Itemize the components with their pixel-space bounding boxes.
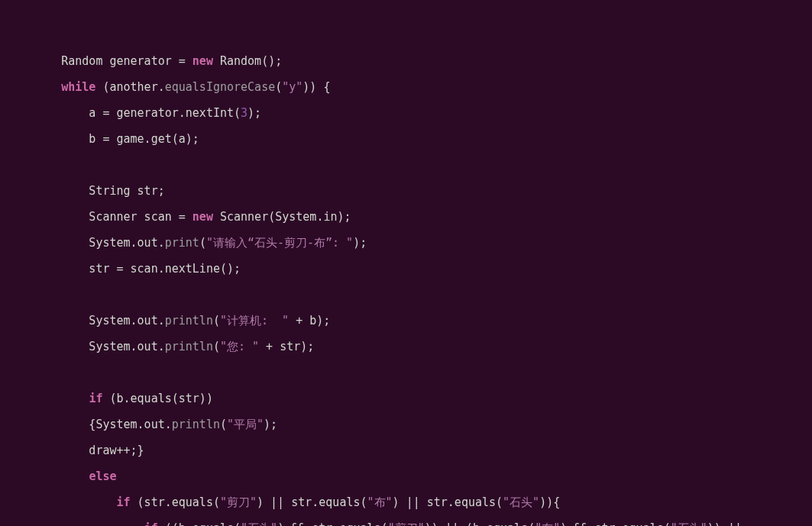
code-line: a = generator.nextInt(3);	[6, 107, 812, 120]
code-line: else	[6, 470, 812, 483]
code-line: draw++;}	[6, 444, 812, 457]
code-line: Scanner scan = new Scanner(System.in);	[6, 211, 812, 224]
code-line: if ((b.equals("石头") && str.equals("剪刀"))…	[6, 522, 812, 526]
code-line: str = scan.nextLine();	[6, 263, 812, 276]
code-line: b = game.get(a);	[6, 133, 812, 146]
code-line	[6, 289, 812, 302]
code-line: if (str.equals("剪刀") || str.equals("布") …	[6, 496, 812, 509]
code-line: Random generator = new Random();	[6, 55, 812, 68]
code-line: if (b.equals(str))	[6, 392, 812, 405]
code-line	[6, 159, 812, 172]
code-line: String str;	[6, 185, 812, 198]
code-line: while (another.equalsIgnoreCase("y")) {	[6, 81, 812, 94]
code-line: System.out.print("请输入“石头-剪刀-布”: ");	[6, 237, 812, 250]
code-line	[6, 366, 812, 379]
code-editor[interactable]: Random generator = new Random(); while (…	[6, 55, 812, 526]
code-line: System.out.println("计算机: " + b);	[6, 315, 812, 328]
code-line: System.out.println("您: " + str);	[6, 340, 812, 353]
code-line: {System.out.println("平局");	[6, 418, 812, 431]
